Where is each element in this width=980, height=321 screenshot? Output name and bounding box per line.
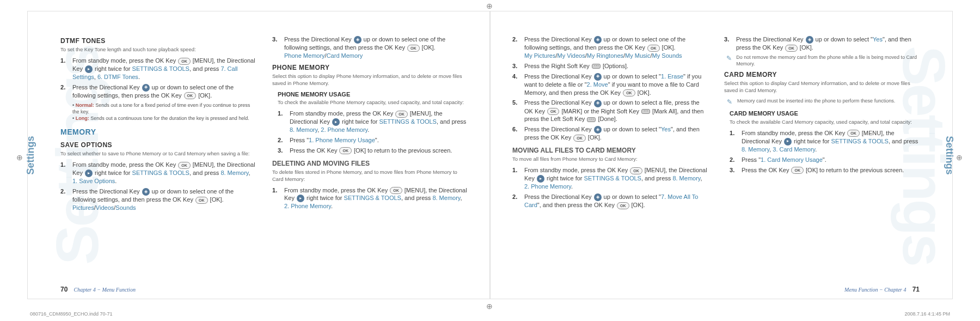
- text: right twice for: [305, 195, 344, 201]
- step: Press the OK Key OK [OK] to return to th…: [730, 166, 920, 174]
- desc: Select this option to display Card Memor…: [724, 80, 920, 94]
- step: From standby mode, press the OK Key OK […: [730, 129, 920, 154]
- directional-key-icon: ◈: [806, 36, 813, 44]
- heading-delmove: DELETING AND MOVING FILES: [272, 159, 468, 168]
- desc: To set the Key Tone length and touch ton…: [60, 46, 256, 53]
- step: From standby mode, press the OK Key OK […: [512, 166, 708, 191]
- text: ,: [461, 195, 462, 201]
- text: Sends out a continuous tone for the dura…: [89, 116, 249, 121]
- text: , and press: [889, 138, 918, 144]
- text: From standby mode, press the OK Key: [72, 161, 177, 168]
- text: ", and then press the OK Key: [537, 202, 616, 208]
- registration-mark-icon: [16, 153, 24, 160]
- step: Press "1. Card Memory Usage".: [730, 156, 920, 164]
- text: .: [138, 74, 140, 80]
- link: SETTINGS & TOOLS: [379, 118, 437, 125]
- text: up or down to select ": [814, 36, 873, 43]
- heading-phone-memory: PHONE MEMORY: [272, 63, 468, 72]
- save-steps: From standby mode, press the OK Key OK […: [60, 161, 256, 212]
- ok-key-icon: OK: [395, 111, 408, 118]
- chapter-label: Menu Function − Chapter 4: [844, 287, 906, 293]
- text: right twice for: [93, 169, 132, 176]
- option: My Music: [625, 52, 650, 59]
- text: [Options].: [601, 63, 628, 69]
- link: 1. Phone Memory Usage: [309, 137, 375, 143]
- step: Press the Directional Key ◈ up or down t…: [512, 193, 708, 209]
- ok-key-icon: OK: [617, 202, 629, 209]
- ok-key-icon: OK: [195, 197, 208, 204]
- text: Press the Directional Key: [72, 84, 142, 90]
- ok-key-icon: OK: [547, 108, 560, 115]
- option: My Pictures: [524, 52, 555, 59]
- link: 8. Memory: [220, 169, 248, 176]
- ok-key-icon: OK: [791, 167, 804, 174]
- link: 2. Move: [587, 81, 608, 88]
- step: Press "1. Phone Memory Usage".: [278, 136, 468, 144]
- heading-card-memory: CARD MEMORY: [724, 70, 920, 79]
- soft-key-icon: [592, 64, 601, 69]
- text: [MARK] or the Right Soft Key: [560, 108, 641, 114]
- directional-key-icon: ◈: [594, 73, 602, 81]
- link: 8. Memory: [432, 195, 460, 201]
- link: 8. Memory: [290, 126, 317, 133]
- text: ,: [249, 169, 250, 176]
- link: 8. Memory: [742, 146, 769, 153]
- link: SETTINGS & TOOLS: [584, 175, 641, 181]
- page-number: 71: [912, 286, 920, 293]
- spread: Settings Settings DTMF TONES To set the …: [27, 11, 953, 299]
- text: Press ": [290, 137, 309, 143]
- directional-key-icon: ◈: [594, 193, 602, 201]
- option: Phone Memory: [284, 52, 325, 59]
- ok-key-icon: OK: [390, 187, 402, 194]
- delmove-steps: From standby mode, press the OK Key OK […: [272, 186, 468, 211]
- footer-right: Menu Function − Chapter 4 71: [844, 286, 920, 293]
- link: 8. Memory: [672, 175, 700, 181]
- side-tab: Settings: [944, 136, 955, 174]
- heading-usage: PHONE MEMORY USAGE: [278, 90, 468, 99]
- registration-mark-icon: [486, 1, 494, 9]
- bullets: • Normal: Sends out a tone for a fixed p…: [72, 102, 256, 122]
- text: right twice for: [545, 175, 584, 181]
- ok-key-icon: OK: [407, 45, 420, 52]
- chapter-label: Chapter 4 − Menu Function: [74, 287, 135, 293]
- link: 3. Card Memory: [773, 146, 815, 153]
- imprint-filename: 080716_CDM8950_ECHO.indd 70-71: [30, 311, 113, 317]
- link: Yes: [873, 36, 883, 43]
- link: 2. Phone Memory: [321, 126, 367, 133]
- ok-key-icon: OK: [573, 135, 586, 142]
- directional-key-icon: ◈: [594, 36, 602, 44]
- text: right twice for: [340, 118, 379, 125]
- side-tab: Settings: [25, 136, 36, 174]
- left-page: Settings Settings DTMF TONES To set the …: [27, 11, 490, 299]
- heading-memory: MEMORY: [60, 127, 256, 137]
- step: Press the OK Key OK [OK] to return to th…: [278, 147, 468, 155]
- step: From standby mode, press the OK Key OK […: [60, 161, 256, 185]
- link: 1. Card Memory Usage: [761, 156, 823, 163]
- desc: To check the available Phone Memory capa…: [278, 99, 468, 106]
- text: From standby mode, press the OK Key: [524, 167, 629, 173]
- note-icon: ✎: [724, 54, 734, 67]
- step: Press the Directional Key ◈ up or down t…: [724, 35, 920, 52]
- text: [OK].: [660, 44, 676, 51]
- registration-mark-icon: [956, 153, 964, 160]
- directional-key-icon: ▸: [85, 169, 93, 177]
- usage-steps: From standby mode, press the OK Key OK […: [278, 110, 468, 154]
- directional-key-icon: ◈: [354, 36, 362, 44]
- note-text: Memory card must be inserted into the ph…: [737, 98, 895, 106]
- soft-key-icon: [641, 109, 650, 114]
- registration-mark-icon: [486, 301, 494, 309]
- ok-key-icon: OK: [647, 45, 660, 52]
- text: up or down to select ": [602, 193, 661, 200]
- text: From standby mode, press the OK Key: [290, 110, 395, 117]
- link: 1. Erase: [661, 73, 683, 80]
- heading-moveall: MOVING ALL FILES TO CARD MEMORY: [512, 146, 708, 155]
- option: My Sounds: [652, 52, 682, 59]
- directional-key-icon: ◈: [142, 188, 150, 196]
- text: [OK].: [209, 196, 224, 203]
- text: , and press: [641, 175, 672, 181]
- right-col-2: Press the Directional Key ◈ up or down t…: [724, 33, 920, 282]
- ok-key-icon: OK: [623, 89, 635, 96]
- directional-key-icon: ◈: [594, 100, 602, 107]
- ok-key-icon: OK: [785, 45, 798, 52]
- link: 1. Save Options: [72, 178, 115, 184]
